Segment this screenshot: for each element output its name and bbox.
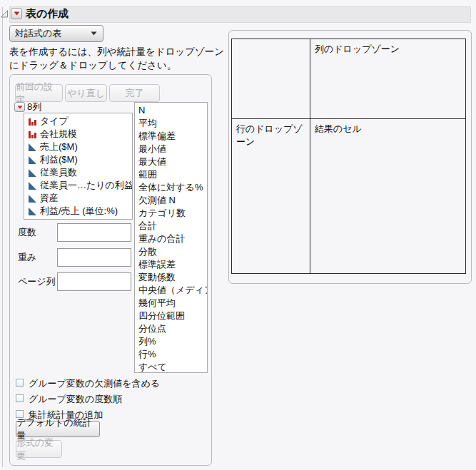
statistic-item[interactable]: 合計 xyxy=(138,220,207,233)
column-item[interactable]: 従業員数 xyxy=(24,166,132,179)
column-item[interactable]: 利益($M) xyxy=(24,153,132,166)
table-type-dropdown[interactable]: 対話式の表 xyxy=(9,25,103,42)
statistic-item[interactable]: 幾何平均 xyxy=(138,297,207,310)
statistic-item[interactable]: 平均 xyxy=(138,117,207,130)
statistic-item[interactable]: 重みの合計 xyxy=(138,233,207,245)
corner-cell[interactable] xyxy=(232,39,310,119)
statistic-item[interactable]: 分位点 xyxy=(138,322,207,335)
statistic-item[interactable]: カテゴリ数 xyxy=(138,207,207,220)
include-missing-groups-checkbox[interactable] xyxy=(16,379,24,387)
continuous-column-icon xyxy=(28,143,37,152)
statistic-item[interactable]: 範囲 xyxy=(138,168,207,181)
column-item[interactable]: タイプ xyxy=(24,115,132,128)
drop-zone-table: 列のドロップゾーン 行のドロップゾーン 結果のセル xyxy=(231,39,466,274)
column-item-label: 売上($M) xyxy=(40,141,78,153)
statistic-item[interactable]: 分散 xyxy=(138,245,207,258)
continuous-column-icon xyxy=(28,194,37,203)
red-triangle-icon xyxy=(17,106,23,109)
statistic-item[interactable]: N xyxy=(138,104,207,117)
order-by-count-label: グループ変数の度数順 xyxy=(29,393,122,406)
column-drop-zone[interactable]: 列のドロップゾーン xyxy=(310,39,465,119)
column-item[interactable]: 資産 xyxy=(24,192,132,205)
column-item-label: 従業員一…たりの利益 xyxy=(40,179,133,192)
weight-label: 重み xyxy=(18,251,36,264)
outline-tree-line xyxy=(2,7,3,467)
statistic-item[interactable]: 列% xyxy=(138,335,207,348)
red-triangle-icon xyxy=(14,11,20,16)
change-format-button[interactable]: 形式の変更 xyxy=(16,440,62,458)
row-drop-zone[interactable]: 行のドロップゾーン xyxy=(232,119,310,273)
page-column-label: ページ列 xyxy=(18,275,56,288)
statistic-item[interactable]: 四分位範囲 xyxy=(138,310,207,322)
continuous-column-icon xyxy=(28,207,37,216)
column-item-label: タイプ xyxy=(40,115,69,128)
chevron-down-icon xyxy=(91,31,97,36)
continuous-column-icon xyxy=(28,155,37,165)
page-column-input[interactable] xyxy=(57,272,131,291)
column-item-label: 従業員数 xyxy=(40,166,77,179)
column-item[interactable]: 売上($M) xyxy=(24,141,132,153)
column-item-label: 利益/売上 (単位:%) xyxy=(40,205,118,218)
red-triangle-menu-button[interactable] xyxy=(11,8,22,19)
columns-count-label: 8列 xyxy=(27,101,41,113)
column-item[interactable]: 会社規模 xyxy=(24,128,132,141)
column-item-label: 利益($M) xyxy=(40,153,78,166)
statistic-item[interactable]: 最大値 xyxy=(138,155,207,168)
outline-title-bar xyxy=(9,6,471,23)
column-list: タイプ 会社規模 売上($M) 利益($M) 従業員数 従業員一…たりの利益 資… xyxy=(24,113,133,220)
statistic-item[interactable]: 最小値 xyxy=(138,143,207,155)
disclosure-triangle-icon[interactable] xyxy=(0,9,9,19)
frequency-label: 度数 xyxy=(18,226,36,239)
statistic-item[interactable]: すべて xyxy=(138,361,207,373)
statistic-item[interactable]: 標準誤差 xyxy=(138,258,207,271)
done-button[interactable]: 完了 xyxy=(109,84,160,102)
statistic-item[interactable]: 変動係数 xyxy=(138,271,207,284)
columns-red-triangle-button[interactable] xyxy=(14,102,25,112)
column-item[interactable]: 利益/売上 (単位:%) xyxy=(24,205,132,218)
redo-button[interactable]: やり直し xyxy=(65,84,107,102)
column-item-label: 会社規模 xyxy=(40,128,77,141)
include-missing-groups-label: グループ変数の欠測値を含める xyxy=(29,377,160,390)
continuous-column-icon xyxy=(28,168,37,178)
column-item[interactable]: 従業員一…たりの利益 xyxy=(24,179,132,192)
previous-settings-button[interactable]: 前回の設定 xyxy=(15,84,63,102)
statistic-item[interactable]: 欠測値 N xyxy=(138,194,207,207)
statistic-item[interactable]: 標準偏差 xyxy=(138,130,207,143)
instruction-text: 表を作成するには、列や統計量をドロップゾーンにドラッグ＆ドロップしてください。 xyxy=(9,45,228,72)
statistics-list: N 平均 標準偏差 最小値 最大値 範囲 全体に対する% 欠測値 N カテゴリ数… xyxy=(134,102,208,373)
order-by-count-checkbox[interactable] xyxy=(16,394,24,402)
column-item-label: 資産 xyxy=(40,192,59,205)
statistic-item[interactable]: 行% xyxy=(138,348,207,361)
nominal-column-icon xyxy=(28,117,37,126)
tabulate-dialog: 表の作成 対話式の表 表を作成するには、列や統計量をドロップゾーンにドラッグ＆ド… xyxy=(0,0,476,470)
weight-input[interactable] xyxy=(57,248,131,267)
nominal-column-icon xyxy=(28,130,37,139)
result-cells-zone[interactable]: 結果のセル xyxy=(310,119,465,273)
continuous-column-icon xyxy=(28,181,37,190)
default-statistics-button[interactable]: デフォルトの統計量 xyxy=(16,421,100,437)
frequency-input[interactable] xyxy=(57,223,131,242)
page-title: 表の作成 xyxy=(26,7,69,21)
statistic-item[interactable]: 中央値（メディアン） xyxy=(138,284,207,297)
table-type-selected: 対話式の表 xyxy=(15,28,61,39)
statistic-item[interactable]: 全体に対する% xyxy=(138,181,207,194)
